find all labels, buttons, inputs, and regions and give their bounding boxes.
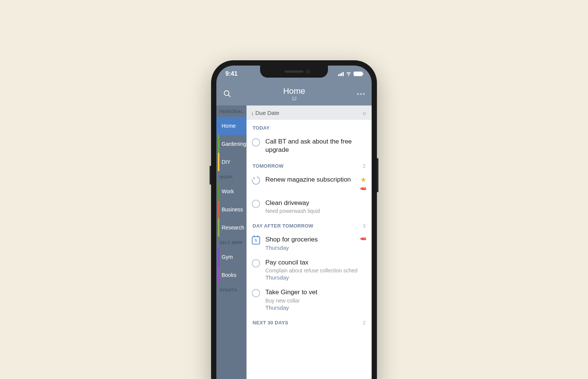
task-title: Renew magazine subscription xyxy=(265,176,353,184)
status-time: 9:41 xyxy=(225,70,237,77)
page-title: Home xyxy=(283,86,305,96)
section-header: TODAY xyxy=(247,120,372,134)
svg-line-1 xyxy=(228,95,231,97)
section-header: DAY AFTER TOMORROW3 xyxy=(247,218,372,232)
tag-icon: 🔖 xyxy=(359,184,368,193)
sidebar-item[interactable]: Gardening xyxy=(216,135,247,153)
task-row[interactable]: Renew magazine subscription★🔖 xyxy=(247,172,372,195)
wifi-icon xyxy=(346,72,352,76)
task-title: Pay council tax xyxy=(265,258,360,267)
task-row[interactable]: Take Ginger to vetBuy new collarThursday xyxy=(247,284,372,314)
repeat-icon[interactable] xyxy=(250,175,262,186)
sidebar-section-header: WORK xyxy=(216,171,247,182)
task-row[interactable]: Clean drivewayNeed powerwash liquid xyxy=(247,195,372,218)
sidebar-item[interactable]: Home xyxy=(216,117,247,135)
task-title: Shop for groceries xyxy=(265,235,353,244)
checkbox-icon[interactable] xyxy=(252,200,260,208)
sidebar-item[interactable]: DIY xyxy=(216,153,247,171)
calendar-icon[interactable]: 5 xyxy=(252,236,260,245)
sort-label: Due Date xyxy=(256,110,279,116)
sidebar[interactable]: PERSONALHomeGardeningDIYWORKWorkBusiness… xyxy=(216,105,247,379)
sidebar-item[interactable]: Gym xyxy=(216,248,247,266)
task-row[interactable]: 5Shop for groceriesThursday🔖 xyxy=(247,232,372,255)
sidebar-section-header: SPORTS xyxy=(216,284,247,295)
task-list[interactable]: ↓Due Date ☼ TODAYCall BT and ask about t… xyxy=(247,105,372,379)
sidebar-section-header: PERSONAL xyxy=(216,105,247,117)
task-date: Thursday xyxy=(265,245,353,251)
section-header: NEXT 30 DAYS2 xyxy=(247,315,372,329)
task-row[interactable]: Pay council taxComplain about refuse col… xyxy=(247,255,372,284)
task-date: Thursday xyxy=(265,274,360,281)
screen: 9:41 Home 12 PERSONALHomeGardeningDIYWOR… xyxy=(216,66,372,379)
task-title: Take Ginger to vet xyxy=(265,288,360,296)
sidebar-section-header: SELF IMPR xyxy=(216,237,247,248)
sidebar-item[interactable]: Books xyxy=(216,266,247,284)
checkbox-icon[interactable] xyxy=(252,289,260,297)
page-count: 12 xyxy=(283,96,305,101)
task-row[interactable]: Call BT and ask about the free upgrade xyxy=(247,134,372,158)
section-header: TOMORROW2 xyxy=(247,158,372,172)
signal-icon xyxy=(338,72,344,76)
star-icon[interactable]: ★ xyxy=(360,176,366,184)
checkbox-icon[interactable] xyxy=(252,259,260,267)
checkbox-icon[interactable] xyxy=(252,138,260,147)
task-note: Complain about refuse collection sched xyxy=(265,267,360,274)
task-date: Thursday xyxy=(265,304,360,311)
sun-icon[interactable]: ☼ xyxy=(362,110,367,116)
app-header: Home 12 xyxy=(216,82,372,105)
svg-point-0 xyxy=(224,91,229,96)
phone-frame: 9:41 Home 12 PERSONALHomeGardeningDIYWOR… xyxy=(211,60,377,379)
notch xyxy=(260,66,328,78)
sidebar-item[interactable]: Work xyxy=(216,182,247,200)
tag-icon: 🔖 xyxy=(359,234,368,243)
task-title: Call BT and ask about the free upgrade xyxy=(265,138,360,154)
search-icon[interactable] xyxy=(223,90,231,98)
battery-icon xyxy=(354,72,363,76)
sort-bar[interactable]: ↓Due Date ☼ xyxy=(247,105,372,120)
sidebar-item[interactable]: Research xyxy=(216,219,247,237)
task-title: Clean driveway xyxy=(265,199,360,207)
task-note: Need powerwash liquid xyxy=(265,208,360,214)
task-note: Buy new collar xyxy=(265,298,360,304)
sort-arrow-icon: ↓ xyxy=(251,110,254,116)
sidebar-item[interactable]: Business xyxy=(216,200,247,219)
more-button[interactable] xyxy=(357,93,365,95)
